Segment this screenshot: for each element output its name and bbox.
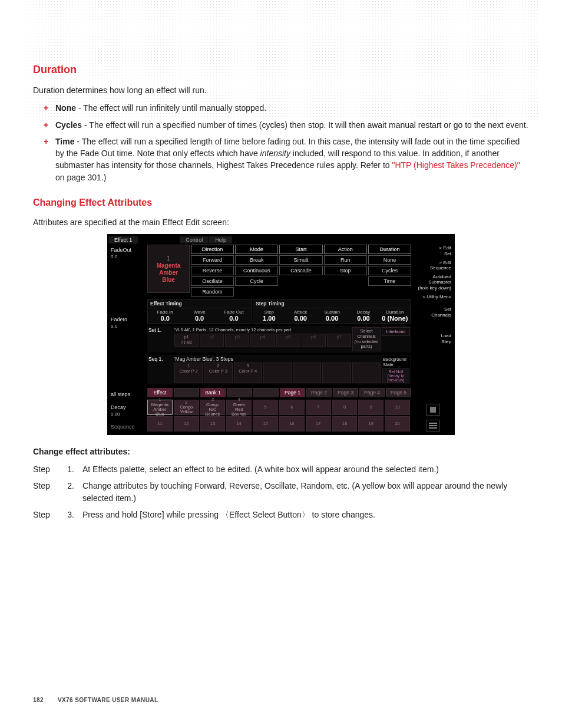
fadein-cell[interactable]: FadeIn 0.0 — [108, 314, 146, 338]
attr-option[interactable]: Cascade — [279, 266, 322, 275]
effect-timing-title: Effect Timing — [148, 299, 251, 308]
attr-option[interactable]: Stop — [324, 266, 367, 275]
palette-slot[interactable]: 1MagentaAmberBlue — [147, 400, 173, 415]
attr-group-direction: Direction — [191, 245, 234, 254]
palette-slot[interactable]: 8 — [332, 400, 358, 415]
timing-cell[interactable]: Sustain0.00 — [316, 308, 348, 323]
timing-cell[interactable]: Step1.00 — [253, 308, 285, 323]
part-cell[interactable]: p4 — [250, 334, 275, 347]
tab-effect-1[interactable]: Effect 1 — [108, 236, 138, 243]
palette-slot[interactable]: 2CongoYellow — [174, 400, 199, 415]
tab-control[interactable]: Control — [180, 236, 209, 243]
pager-tab[interactable]: Page 3 — [333, 388, 358, 397]
part-cell[interactable]: p2 — [200, 334, 224, 347]
palette-slot[interactable]: 18 — [332, 416, 358, 431]
bg-state-pill[interactable]: Set Null(decay toprevious) — [382, 368, 409, 383]
slot-line3: Blue — [162, 276, 175, 283]
tab-help[interactable]: Help — [209, 236, 233, 243]
view-grid-icon[interactable] — [426, 404, 440, 416]
attr-option[interactable]: Simult — [279, 255, 322, 265]
pager-tab[interactable] — [253, 388, 279, 397]
right-action[interactable]: > EditSet — [412, 245, 454, 257]
pager-tab[interactable]: Page 2 — [306, 388, 332, 397]
seq-step-cell[interactable] — [263, 363, 292, 383]
attr-option[interactable]: Run — [324, 255, 367, 265]
interlaced-pill[interactable]: Interlaced — [382, 327, 410, 336]
attr-option[interactable]: Continuous — [235, 266, 278, 275]
part-cell[interactable]: p3 — [225, 334, 249, 347]
palette-slot[interactable]: 12 — [174, 416, 199, 431]
select-channels-pill[interactable]: SelectChannels(no selectedparts) — [352, 327, 381, 351]
right-action[interactable]: SetChannels — [412, 306, 454, 318]
pager-tab[interactable] — [174, 388, 199, 397]
palette-slot[interactable]: 15 — [253, 416, 278, 431]
duration-intro: Duration determines how long an effect w… — [33, 84, 529, 96]
timing-cell[interactable]: Fade Out0.0 — [217, 308, 251, 323]
palette-slot[interactable]: 17 — [306, 416, 331, 431]
change-attrs-subhead: Change effect attributes: — [33, 446, 529, 457]
cross-ref-link[interactable]: "HTP (Highest Takes Precedence)" — [392, 160, 520, 170]
view-list-icon[interactable] — [426, 420, 440, 431]
palette-slot[interactable]: 3CongoN/CBounce — [200, 400, 226, 415]
allsteps-label: all steps — [111, 391, 144, 397]
seq-step-cell[interactable]: 1Color P 2 — [174, 363, 203, 383]
fadeout-cell[interactable]: FadeOut 0.0 — [108, 245, 146, 268]
pager-tab[interactable]: Bank 1 — [200, 388, 226, 397]
attr-option[interactable]: Random — [191, 287, 234, 297]
palette-slot[interactable]: 11 — [147, 416, 173, 431]
attr-option[interactable]: Oscillate — [191, 276, 234, 286]
step-row: Step2.Change attributes by touching Forw… — [33, 480, 529, 504]
palette-slot[interactable]: 20 — [385, 416, 410, 431]
palette-slot[interactable]: 10 — [385, 400, 410, 415]
palette-slot[interactable]: 13 — [200, 416, 226, 431]
right-action[interactable]: LoadStep — [412, 332, 454, 345]
attr-option[interactable]: Forward — [191, 255, 234, 265]
page-footer: 182 VX76 SOFTWARE USER MANUAL — [33, 697, 529, 703]
timing-cell[interactable]: Fade In0.0 — [148, 308, 182, 323]
decay-cell[interactable]: Decay 0.00 — [108, 402, 146, 420]
right-action[interactable]: AutoloadSubmaster(hold key down) — [412, 274, 454, 292]
timing-cell[interactable]: Decay0.00 — [348, 308, 379, 323]
seq-step-cell[interactable]: 2Color P 3 — [204, 363, 232, 383]
palette-slot[interactable]: 4GreenRedBounce — [226, 400, 252, 415]
pager-tab[interactable]: Page 1 — [280, 388, 305, 397]
part-cell[interactable]: p171-82 — [174, 334, 199, 347]
attr-option[interactable]: None — [368, 255, 411, 265]
sequence-label: Sequence — [108, 422, 146, 431]
timing-cell[interactable]: Attack0.00 — [285, 308, 316, 323]
right-action[interactable]: > EditSequence — [412, 259, 454, 272]
palette-slot[interactable]: 7 — [306, 400, 331, 415]
attr-option[interactable]: Time — [368, 276, 411, 286]
palette-slot[interactable]: 5 — [253, 400, 278, 415]
pager-tab[interactable]: Effect — [147, 388, 173, 397]
pager-tab[interactable] — [227, 388, 252, 397]
seq-step-cell[interactable] — [352, 363, 381, 383]
slot-number: 1 — [167, 255, 170, 262]
palette-slot[interactable]: 19 — [358, 416, 384, 431]
timing-cell[interactable]: Duration0 (None) — [379, 308, 411, 323]
bullet-item: Time - The effect will run a specified l… — [44, 136, 529, 183]
attr-option[interactable]: Break — [235, 255, 278, 265]
attr-group-start: Start — [279, 245, 322, 254]
attr-option[interactable]: Cycle — [235, 276, 278, 286]
pager-tab[interactable]: Page 5 — [386, 388, 411, 397]
effect-slot[interactable]: 1 Magenta Amber Blue — [147, 245, 190, 293]
palette-slot[interactable]: 9 — [358, 400, 384, 415]
part-cell[interactable]: p6 — [302, 334, 326, 347]
seq-step-cell[interactable]: 3Color P 4 — [234, 363, 262, 383]
right-action[interactable]: < Utility Menu — [412, 294, 454, 301]
part-cell[interactable]: p7 — [327, 334, 351, 347]
set-head: Set 1. — [148, 327, 173, 333]
pager-tab[interactable]: Page 4 — [359, 388, 385, 397]
part-cell[interactable]: p5 — [276, 334, 300, 347]
seq-step-cell[interactable] — [293, 363, 321, 383]
set-row: Set 1. 'VL5 All', 1 Parts, 12 Channels, … — [147, 326, 411, 353]
palette-slot[interactable]: 16 — [279, 416, 305, 431]
seq-step-cell[interactable] — [322, 363, 351, 383]
slot-line2: Amber — [159, 269, 178, 276]
timing-cell[interactable]: Wave0.0 — [182, 308, 216, 323]
palette-slot[interactable]: 6 — [279, 400, 305, 415]
attr-option[interactable]: Reverse — [191, 266, 234, 275]
attr-option[interactable]: Cycles — [368, 266, 411, 275]
palette-slot[interactable]: 14 — [226, 416, 252, 431]
